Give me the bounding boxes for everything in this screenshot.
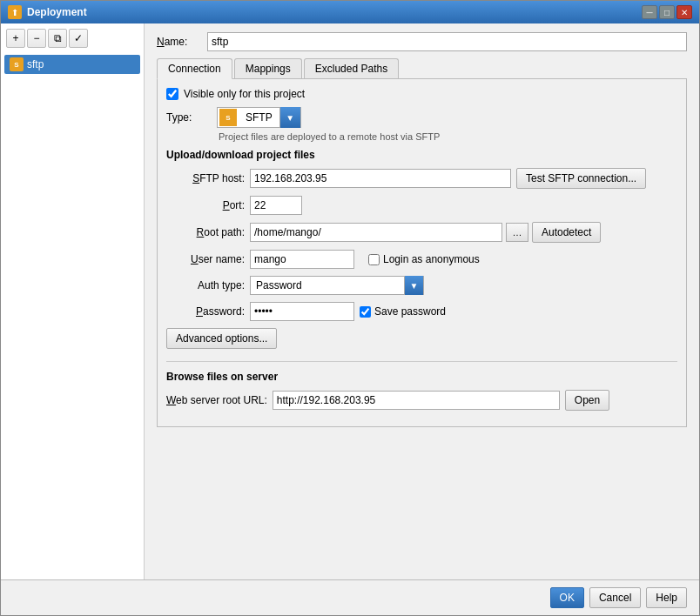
sidebar: + − ⧉ ✓ S sftp	[1, 23, 145, 579]
minimize-button[interactable]: ─	[642, 5, 657, 19]
close-button[interactable]: ✕	[676, 5, 692, 19]
upload-section-title: Upload/download project files	[166, 149, 677, 161]
save-password-checkbox[interactable]	[360, 306, 371, 318]
login-anon-container: Login as anonymous	[368, 253, 480, 265]
web-url-row: Web server root URL: Open	[166, 390, 677, 411]
sftp-host-label: SFTP host:	[166, 172, 245, 184]
password-label: Password:	[166, 305, 245, 318]
dialog-footer: OK Cancel Help	[1, 579, 699, 615]
autodetect-button[interactable]: Autodetect	[532, 222, 601, 243]
password-row: Password: Save password	[166, 302, 677, 321]
sftp-host-input[interactable]	[250, 169, 511, 188]
right-panel: Name: Connection Mappings Excluded Paths…	[145, 23, 699, 579]
type-description: Project files are deployed to a remote h…	[219, 131, 677, 142]
maximize-button[interactable]: □	[659, 5, 675, 19]
user-name-input[interactable]	[250, 250, 354, 269]
save-password-container: Save password	[360, 305, 446, 318]
title-bar: ⬆ Deployment ─ □ ✕	[1, 1, 699, 23]
type-label: Type:	[166, 111, 210, 124]
root-path-input[interactable]	[250, 223, 502, 242]
port-label: Port:	[166, 199, 245, 211]
tabs-container: Connection Mappings Excluded Paths Visib…	[157, 58, 687, 427]
root-path-row: Root path: … Autodetect	[166, 222, 677, 243]
port-row: Port:	[166, 196, 677, 215]
web-url-input[interactable]	[273, 391, 560, 410]
tab-connection[interactable]: Connection	[157, 58, 232, 79]
advanced-options-row: Advanced options...	[166, 328, 677, 349]
login-anon-checkbox[interactable]	[368, 254, 380, 265]
add-server-button[interactable]: +	[6, 29, 25, 48]
tabs-bar: Connection Mappings Excluded Paths	[157, 58, 687, 79]
window-title: Deployment	[27, 6, 87, 18]
type-row: Type: S SFTP ▼	[166, 107, 677, 128]
help-button[interactable]: Help	[646, 587, 687, 608]
type-dropdown-button[interactable]: ▼	[279, 107, 300, 128]
type-select[interactable]: S SFTP ▼	[217, 107, 301, 128]
name-row: Name:	[157, 32, 687, 51]
sftp-host-row: SFTP host: Test SFTP connection...	[166, 168, 677, 189]
auth-type-row: Auth type: Password ▼	[166, 276, 677, 295]
name-input[interactable]	[207, 32, 687, 51]
auth-type-select[interactable]: Password ▼	[250, 276, 424, 295]
auth-type-dropdown-button[interactable]: ▼	[404, 276, 423, 295]
user-name-label: User name:	[166, 253, 245, 265]
window-icon: ⬆	[8, 5, 22, 19]
visible-only-checkbox[interactable]	[166, 88, 178, 100]
visible-only-label: Visible only for this project	[184, 88, 305, 100]
deployment-window: ⬆ Deployment ─ □ ✕ + − ⧉ ✓ S sftp	[0, 0, 700, 616]
remove-server-button[interactable]: −	[27, 29, 46, 48]
login-anon-label: Login as anonymous	[383, 253, 480, 265]
ok-button[interactable]: OK	[550, 587, 584, 608]
title-controls: ─ □ ✕	[642, 5, 692, 19]
root-path-label: Root path:	[166, 226, 245, 238]
copy-server-button[interactable]: ⧉	[48, 29, 67, 48]
type-select-text: SFTP	[239, 111, 279, 124]
port-input[interactable]	[250, 196, 302, 215]
name-label: Name:	[157, 36, 200, 48]
visible-only-row: Visible only for this project	[166, 88, 677, 100]
sftp-icon: S	[10, 57, 24, 71]
title-bar-left: ⬆ Deployment	[8, 5, 87, 19]
sidebar-item-label: sftp	[27, 58, 44, 70]
web-url-label: Web server root URL:	[166, 394, 267, 406]
advanced-options-button[interactable]: Advanced options...	[166, 328, 277, 349]
main-content: + − ⧉ ✓ S sftp Name: Connection Mappings	[1, 23, 699, 579]
sftp-type-icon: S	[219, 109, 237, 126]
tab-mappings[interactable]: Mappings	[234, 58, 302, 78]
auth-type-label: Auth type:	[166, 279, 245, 291]
sidebar-item-sftp[interactable]: S sftp	[4, 55, 140, 74]
tab-content-connection: Visible only for this project Type: S SF…	[157, 79, 687, 427]
tab-excluded-paths[interactable]: Excluded Paths	[304, 58, 399, 78]
user-name-row: User name: Login as anonymous	[166, 250, 677, 269]
sidebar-toolbar: + − ⧉ ✓	[4, 27, 140, 50]
save-password-label: Save password	[374, 305, 446, 318]
auth-type-text: Password	[251, 279, 404, 291]
cancel-button[interactable]: Cancel	[589, 587, 641, 608]
open-button[interactable]: Open	[565, 390, 609, 411]
confirm-server-button[interactable]: ✓	[69, 29, 88, 48]
password-input[interactable]	[250, 302, 354, 321]
root-path-browse-button[interactable]: …	[506, 223, 528, 242]
test-connection-button[interactable]: Test SFTP connection...	[516, 168, 646, 189]
browse-section: Browse files on server Web server root U…	[166, 361, 677, 411]
browse-section-title: Browse files on server	[166, 371, 677, 383]
root-path-controls: … Autodetect	[250, 222, 601, 243]
